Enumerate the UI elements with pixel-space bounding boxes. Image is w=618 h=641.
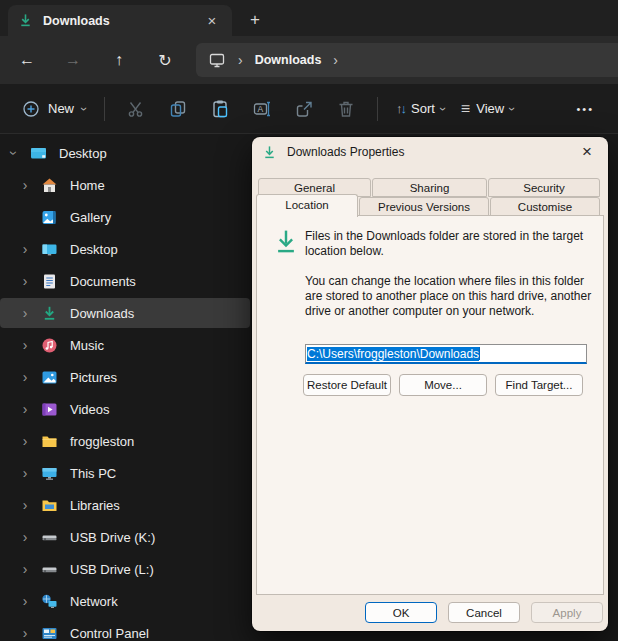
copy-button[interactable] [157,91,199,127]
chevron-right-icon[interactable]: › [17,241,33,257]
sidebar-item-pictures[interactable]: › Pictures [0,362,250,392]
trash-icon [336,99,356,119]
gallery-icon [41,209,58,226]
sidebar-item-libraries[interactable]: › Libraries [0,490,250,520]
sidebar-item-documents[interactable]: › Documents [0,266,250,296]
network-icon [41,593,58,610]
up-button[interactable]: ↑ [100,43,138,77]
music-icon [41,337,58,354]
this-pc-icon [208,51,226,69]
ok-button[interactable]: OK [365,602,437,623]
file-explorer-window: Downloads × + ← → ↑ ↻ › Downloads › New [0,0,618,641]
pictures-icon [41,369,58,386]
download-icon [262,145,277,160]
scissors-icon [126,99,146,119]
find-target-button[interactable]: Find Target... [495,374,583,396]
location-path-input[interactable]: C:\Users\froggleston\Downloads [305,344,587,364]
chevron-right-icon[interactable]: › [17,625,33,641]
cut-button[interactable] [115,91,157,127]
chevron-right-icon[interactable]: › [17,465,33,481]
sidebar-item-usb-drive-k[interactable]: › USB Drive (K:) [0,522,250,552]
sidebar-item-downloads[interactable]: › Downloads [0,298,250,328]
delete-button[interactable] [325,91,367,127]
downloads-properties-dialog: Downloads Properties × General Sharing S… [252,137,608,631]
tab-close-icon[interactable]: × [202,11,222,31]
chevron-right-icon[interactable]: › [17,273,33,289]
desktop-folder-icon [41,241,58,258]
chevron-right-icon[interactable]: › [17,337,33,353]
chevron-right-icon[interactable]: › [17,561,33,577]
breadcrumb-chevron-icon: › [238,52,243,68]
rename-icon: A [252,99,272,119]
new-button[interactable]: New › [14,94,94,124]
view-button[interactable]: ≡ View › [453,94,522,124]
back-button[interactable]: ← [8,43,46,77]
refresh-button[interactable]: ↻ [146,43,184,77]
share-button[interactable] [283,91,325,127]
toolbar-divider [104,97,105,121]
tab-strip: Downloads × + [0,0,618,36]
chevron-right-icon[interactable]: › [17,593,33,609]
sidebar-item-desktop-root[interactable]: › Desktop [0,138,250,168]
sidebar-item-this-pc[interactable]: › This PC [0,458,250,488]
view-icon: ≡ [461,100,470,118]
usb-drive-icon [41,529,58,546]
sidebar-item-music[interactable]: › Music [0,330,250,360]
chevron-right-icon[interactable]: › [17,305,33,321]
sidebar-item-videos[interactable]: › Videos [0,394,250,424]
chevron-expanded-icon[interactable]: › [6,145,22,161]
rename-button[interactable]: A [241,91,283,127]
sidebar-item-home[interactable]: › Home [0,170,250,200]
dialog-close-icon[interactable]: × [576,141,598,163]
tab-customise[interactable]: Customise [490,197,600,216]
new-tab-button[interactable]: + [242,8,268,32]
explorer-tab-downloads[interactable]: Downloads × [8,5,232,36]
share-icon [294,99,314,119]
text-caret [479,347,480,360]
sidebar-item-control-panel[interactable]: › Control Panel [0,618,250,641]
breadcrumb-chevron-icon[interactable]: › [333,52,338,68]
sort-button[interactable]: ↑↓ Sort › [388,95,453,122]
selected-path-text: C:\Users\froggleston\Downloads [307,347,479,361]
sidebar-item-desktop[interactable]: › Desktop [0,234,250,264]
copy-icon [168,99,188,119]
usb-drive-icon [41,561,58,578]
address-bar[interactable]: › Downloads › [196,43,618,77]
paste-button[interactable] [199,91,241,127]
plus-circle-icon [22,100,40,118]
tab-location[interactable]: Location [256,194,358,217]
restore-default-button[interactable]: Restore Default [303,374,391,396]
chevron-right-icon[interactable]: › [17,401,33,417]
tab-title: Downloads [43,14,110,28]
sidebar-item-network[interactable]: › Network [0,586,250,616]
control-panel-icon [41,625,58,641]
apply-button[interactable]: Apply [531,602,603,623]
download-icon [272,228,300,256]
dialog-title: Downloads Properties [287,145,404,159]
documents-icon [41,273,58,290]
tab-security[interactable]: Security [488,178,600,197]
tab-sharing[interactable]: Sharing [372,178,487,197]
move-button[interactable]: Move... [399,374,487,396]
forward-button[interactable]: → [54,43,92,77]
downloads-icon [41,305,58,322]
navigation-bar: ← → ↑ ↻ › Downloads › [0,36,618,84]
download-icon [18,13,33,28]
sidebar-item-usb-drive-l[interactable]: › USB Drive (L:) [0,554,250,584]
see-more-button[interactable]: ••• [566,95,604,123]
chevron-right-icon[interactable]: › [17,369,33,385]
paste-icon [210,99,230,119]
sidebar-item-gallery[interactable]: › Gallery [0,202,250,232]
cancel-button[interactable]: Cancel [448,602,520,623]
toolbar-divider [377,97,378,121]
chevron-right-icon[interactable]: › [17,177,33,193]
location-intro-text: Files in the Downloads folder are stored… [305,229,595,259]
chevron-right-icon[interactable]: › [17,497,33,513]
chevron-down-icon: › [505,107,519,111]
breadcrumb[interactable]: Downloads [255,53,322,67]
this-pc-icon [41,465,58,482]
chevron-right-icon[interactable]: › [17,433,33,449]
tab-previous-versions[interactable]: Previous Versions [359,197,489,216]
chevron-right-icon[interactable]: › [17,529,33,545]
sidebar-item-froggleston[interactable]: › froggleston [0,426,250,456]
